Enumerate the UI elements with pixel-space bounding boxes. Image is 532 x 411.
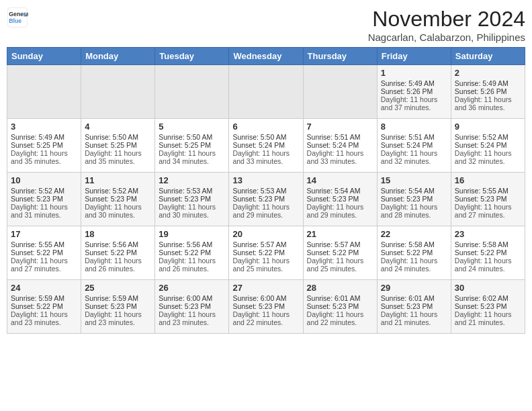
calendar-cell: 10Sunrise: 5:52 AMSunset: 5:23 PMDayligh… bbox=[7, 173, 81, 226]
day-number: 24 bbox=[11, 283, 77, 293]
day-info: Sunrise: 5:49 AM bbox=[381, 79, 447, 87]
day-info: Sunset: 5:26 PM bbox=[455, 87, 521, 95]
calendar-week-5: 24Sunrise: 5:59 AMSunset: 5:22 PMDayligh… bbox=[7, 280, 525, 334]
day-info: Sunset: 5:23 PM bbox=[381, 302, 447, 310]
day-info: Sunset: 5:24 PM bbox=[381, 141, 447, 149]
calendar-cell: 16Sunrise: 5:55 AMSunset: 5:23 PMDayligh… bbox=[451, 173, 525, 226]
day-info: Sunset: 5:23 PM bbox=[455, 195, 521, 203]
day-info: Daylight: 11 hours and 29 minutes. bbox=[232, 203, 299, 219]
calendar-cell: 15Sunrise: 5:54 AMSunset: 5:23 PMDayligh… bbox=[377, 173, 451, 226]
day-info: Daylight: 11 hours and 23 minutes. bbox=[159, 310, 225, 326]
day-number: 16 bbox=[455, 175, 521, 185]
day-number: 19 bbox=[159, 229, 225, 239]
day-info: Daylight: 11 hours and 34 minutes. bbox=[159, 149, 225, 165]
day-header-friday: Friday bbox=[377, 48, 451, 65]
calendar-cell: 1Sunrise: 5:49 AMSunset: 5:26 PMDaylight… bbox=[377, 65, 451, 119]
day-info: Sunset: 5:23 PM bbox=[11, 195, 77, 203]
day-info: Sunset: 5:22 PM bbox=[232, 248, 299, 257]
day-info: Daylight: 11 hours and 21 minutes. bbox=[455, 310, 521, 326]
calendar-cell: 3Sunrise: 5:49 AMSunset: 5:25 PMDaylight… bbox=[7, 119, 81, 173]
day-number: 29 bbox=[381, 283, 447, 293]
title-block: November 2024 Nagcarlan, Calabarzon, Phi… bbox=[368, 7, 525, 43]
page-subtitle: Nagcarlan, Calabarzon, Philippines bbox=[368, 32, 525, 43]
calendar-cell: 18Sunrise: 5:56 AMSunset: 5:22 PMDayligh… bbox=[81, 226, 155, 280]
day-info: Sunset: 5:26 PM bbox=[381, 87, 447, 95]
calendar-cell: 13Sunrise: 5:53 AMSunset: 5:23 PMDayligh… bbox=[229, 173, 303, 226]
calendar-cell: 23Sunrise: 5:58 AMSunset: 5:22 PMDayligh… bbox=[451, 226, 525, 280]
day-info: Sunrise: 5:53 AM bbox=[232, 187, 299, 195]
calendar-cell: 2Sunrise: 5:49 AMSunset: 5:26 PMDaylight… bbox=[451, 65, 525, 119]
day-info: Sunset: 5:25 PM bbox=[85, 141, 151, 149]
calendar-cell: 21Sunrise: 5:57 AMSunset: 5:22 PMDayligh… bbox=[303, 226, 377, 280]
calendar-cell: 17Sunrise: 5:55 AMSunset: 5:22 PMDayligh… bbox=[7, 226, 81, 280]
day-info: Daylight: 11 hours and 37 minutes. bbox=[381, 95, 447, 111]
day-info: Sunrise: 5:50 AM bbox=[232, 133, 299, 141]
day-info: Sunrise: 6:00 AM bbox=[232, 294, 299, 302]
day-info: Daylight: 11 hours and 31 minutes. bbox=[11, 203, 77, 219]
day-info: Sunrise: 5:56 AM bbox=[159, 240, 225, 248]
day-number: 8 bbox=[381, 122, 447, 132]
day-info: Sunrise: 6:01 AM bbox=[307, 294, 373, 302]
day-header-monday: Monday bbox=[81, 48, 155, 65]
day-info: Sunset: 5:24 PM bbox=[455, 141, 521, 149]
day-number: 13 bbox=[232, 175, 299, 185]
day-number: 6 bbox=[232, 122, 299, 132]
day-info: Daylight: 11 hours and 23 minutes. bbox=[85, 310, 151, 326]
day-number: 14 bbox=[307, 175, 373, 185]
day-number: 27 bbox=[232, 283, 299, 293]
day-info: Daylight: 11 hours and 23 minutes. bbox=[11, 310, 77, 326]
calendar-cell bbox=[229, 65, 303, 119]
calendar-header-row: SundayMondayTuesdayWednesdayThursdayFrid… bbox=[7, 48, 525, 65]
day-info: Sunrise: 5:52 AM bbox=[85, 187, 151, 195]
calendar-cell: 19Sunrise: 5:56 AMSunset: 5:22 PMDayligh… bbox=[155, 226, 229, 280]
day-info: Sunrise: 5:58 AM bbox=[381, 240, 447, 248]
day-number: 30 bbox=[455, 283, 521, 293]
day-number: 3 bbox=[11, 122, 77, 132]
calendar-cell: 6Sunrise: 5:50 AMSunset: 5:24 PMDaylight… bbox=[229, 119, 303, 173]
day-info: Sunset: 5:25 PM bbox=[159, 141, 225, 149]
day-info: Sunrise: 5:55 AM bbox=[11, 240, 77, 248]
calendar-cell: 7Sunrise: 5:51 AMSunset: 5:24 PMDaylight… bbox=[303, 119, 377, 173]
calendar-cell: 4Sunrise: 5:50 AMSunset: 5:25 PMDaylight… bbox=[81, 119, 155, 173]
calendar-cell: 30Sunrise: 6:02 AMSunset: 5:23 PMDayligh… bbox=[451, 280, 525, 334]
day-info: Sunrise: 5:50 AM bbox=[159, 133, 225, 141]
calendar-cell: 22Sunrise: 5:58 AMSunset: 5:22 PMDayligh… bbox=[377, 226, 451, 280]
day-number: 9 bbox=[455, 122, 521, 132]
day-info: Daylight: 11 hours and 33 minutes. bbox=[232, 149, 299, 165]
calendar-cell: 26Sunrise: 6:00 AMSunset: 5:23 PMDayligh… bbox=[155, 280, 229, 334]
day-info: Sunset: 5:22 PM bbox=[11, 248, 77, 257]
day-header-thursday: Thursday bbox=[303, 48, 377, 65]
svg-text:Blue: Blue bbox=[9, 17, 21, 24]
day-info: Daylight: 11 hours and 30 minutes. bbox=[85, 203, 151, 219]
day-info: Sunset: 5:23 PM bbox=[381, 195, 447, 203]
day-number: 21 bbox=[307, 229, 373, 239]
day-number: 28 bbox=[307, 283, 373, 293]
day-info: Sunrise: 5:57 AM bbox=[307, 240, 373, 248]
day-info: Sunset: 5:23 PM bbox=[232, 195, 299, 203]
page-title: November 2024 bbox=[368, 7, 525, 32]
calendar-cell bbox=[7, 65, 81, 119]
day-info: Sunset: 5:23 PM bbox=[307, 302, 373, 310]
day-info: Sunset: 5:24 PM bbox=[307, 141, 373, 149]
day-info: Daylight: 11 hours and 36 minutes. bbox=[455, 95, 521, 111]
day-info: Daylight: 11 hours and 25 minutes. bbox=[307, 257, 373, 273]
day-info: Sunset: 5:22 PM bbox=[455, 248, 521, 257]
day-number: 26 bbox=[159, 283, 225, 293]
day-info: Daylight: 11 hours and 29 minutes. bbox=[307, 203, 373, 219]
day-info: Daylight: 11 hours and 24 minutes. bbox=[455, 257, 521, 273]
day-info: Sunrise: 5:56 AM bbox=[85, 240, 151, 248]
day-info: Sunrise: 5:54 AM bbox=[307, 187, 373, 195]
day-info: Sunrise: 5:52 AM bbox=[11, 187, 77, 195]
day-info: Sunrise: 5:53 AM bbox=[159, 187, 225, 195]
day-info: Daylight: 11 hours and 26 minutes. bbox=[159, 257, 225, 273]
day-info: Sunrise: 6:00 AM bbox=[159, 294, 225, 302]
day-number: 22 bbox=[381, 229, 447, 239]
day-number: 4 bbox=[85, 122, 151, 132]
day-header-sunday: Sunday bbox=[7, 48, 81, 65]
calendar-week-2: 3Sunrise: 5:49 AMSunset: 5:25 PMDaylight… bbox=[7, 119, 525, 173]
calendar-week-1: 1Sunrise: 5:49 AMSunset: 5:26 PMDaylight… bbox=[7, 65, 525, 119]
day-info: Daylight: 11 hours and 24 minutes. bbox=[381, 257, 447, 273]
day-info: Daylight: 11 hours and 35 minutes. bbox=[11, 149, 77, 165]
day-info: Daylight: 11 hours and 30 minutes. bbox=[159, 203, 225, 219]
day-info: Sunrise: 5:54 AM bbox=[381, 187, 447, 195]
